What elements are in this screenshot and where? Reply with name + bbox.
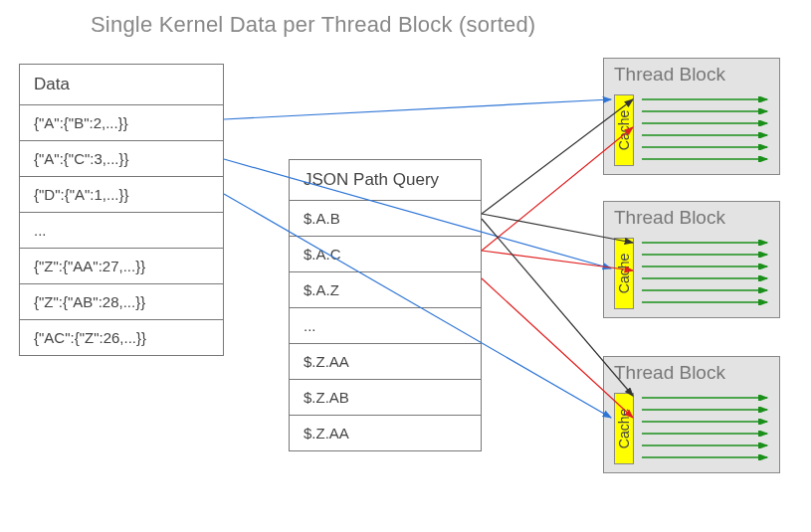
table-row: $.Z.AA	[290, 416, 481, 450]
table-row: $.A.C	[290, 237, 481, 272]
table-row: $.A.Z	[290, 272, 481, 308]
data-table: Data {"A":{"B":2,...}} {"A":{"C":3,...}}…	[19, 64, 224, 356]
query-table-header: JSON Path Query	[290, 160, 481, 201]
query-table: JSON Path Query $.A.B $.A.C $.A.Z ... $.…	[289, 159, 482, 451]
thread-arrow	[642, 287, 773, 289]
table-row: {"A":{"B":2,...}}	[20, 105, 223, 141]
thread-lines	[642, 395, 773, 466]
thread-lines	[642, 240, 773, 311]
cache-box: Cache	[614, 94, 634, 166]
table-row: {"D":{"A":1,...}}	[20, 177, 223, 213]
thread-arrow	[642, 395, 773, 397]
table-row: {"Z":{"AB":28,...}}	[20, 284, 223, 320]
thread-lines	[642, 96, 773, 168]
thread-arrow	[642, 419, 773, 421]
thread-arrow	[642, 275, 773, 277]
thread-block-label: Thread Block	[614, 362, 725, 384]
data-table-header: Data	[20, 65, 223, 105]
thread-arrow	[642, 264, 773, 266]
thread-arrow	[642, 443, 773, 444]
thread-arrow	[642, 454, 773, 456]
thread-block: Thread Block Cache	[603, 201, 780, 318]
thread-block: Thread Block Cache	[603, 58, 780, 175]
thread-arrow	[642, 120, 773, 122]
diagram-title: Single Kernel Data per Thread Block (sor…	[91, 12, 535, 38]
cache-label: Cache	[616, 409, 632, 448]
thread-block-label: Thread Block	[614, 64, 725, 86]
thread-arrow	[642, 252, 773, 254]
thread-arrow	[642, 144, 773, 146]
table-row: {"AC":{"Z":26,...}}	[20, 320, 223, 355]
cache-box: Cache	[614, 393, 634, 464]
thread-arrow	[642, 156, 773, 158]
thread-arrow	[642, 132, 773, 134]
thread-arrow	[642, 407, 773, 409]
thread-block: Thread Block Cache	[603, 356, 780, 473]
thread-arrow	[642, 108, 773, 110]
thread-block-label: Thread Block	[614, 207, 725, 229]
table-row: ...	[290, 308, 481, 344]
table-row: $.Z.AA	[290, 344, 481, 380]
table-row: $.Z.AB	[290, 380, 481, 416]
thread-arrow	[642, 431, 773, 433]
thread-arrow	[642, 299, 773, 301]
table-row: {"Z":{"AA":27,...}}	[20, 249, 223, 284]
cache-box: Cache	[614, 238, 634, 309]
cache-label: Cache	[616, 110, 632, 150]
thread-arrow	[642, 240, 773, 242]
cache-label: Cache	[616, 254, 632, 293]
table-row: $.A.B	[290, 201, 481, 237]
table-row: ...	[20, 213, 223, 249]
connector-data-to-tb0	[224, 99, 611, 119]
table-row: {"A":{"C":3,...}}	[20, 141, 223, 177]
thread-arrow	[642, 96, 773, 98]
